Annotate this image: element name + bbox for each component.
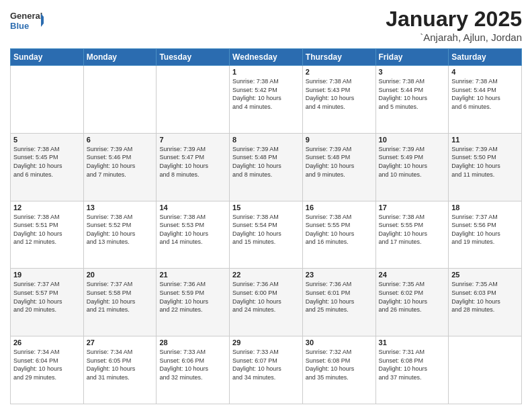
- calendar-cell-w4-d3: 22Sunrise: 7:36 AM Sunset: 6:00 PM Dayli…: [230, 269, 303, 336]
- day-number: 28: [159, 338, 226, 347]
- day-info: Sunrise: 7:33 AM Sunset: 6:06 PM Dayligh…: [159, 348, 226, 381]
- day-info: Sunrise: 7:39 AM Sunset: 5:46 PM Dayligh…: [87, 145, 154, 179]
- col-tuesday: Tuesday: [157, 49, 230, 66]
- calendar-cell-w1-d1: [83, 66, 157, 134]
- day-info: Sunrise: 7:38 AM Sunset: 5:45 PM Dayligh…: [13, 145, 81, 179]
- calendar-cell-w2-d1: 6Sunrise: 7:39 AM Sunset: 5:46 PM Daylig…: [83, 133, 157, 201]
- day-info: Sunrise: 7:39 AM Sunset: 5:50 PM Dayligh…: [451, 145, 519, 179]
- day-number: 18: [451, 203, 519, 212]
- day-number: 6: [87, 136, 154, 144]
- day-number: 15: [232, 203, 300, 212]
- day-number: 13: [87, 203, 154, 212]
- col-wednesday: Wednesday: [230, 49, 303, 66]
- day-number: 5: [13, 136, 81, 144]
- day-number: 14: [159, 203, 226, 212]
- calendar-week-4: 19Sunrise: 7:37 AM Sunset: 5:57 PM Dayli…: [11, 269, 522, 336]
- calendar-cell-w5-d3: 29Sunrise: 7:33 AM Sunset: 6:07 PM Dayli…: [230, 336, 303, 404]
- day-info: Sunrise: 7:38 AM Sunset: 5:42 PM Dayligh…: [232, 77, 300, 111]
- day-info: Sunrise: 7:37 AM Sunset: 5:57 PM Dayligh…: [13, 280, 81, 314]
- calendar-cell-w3-d2: 14Sunrise: 7:38 AM Sunset: 5:53 PM Dayli…: [157, 201, 230, 269]
- location-title: `Anjarah, Ajlun, Jordan: [386, 32, 522, 43]
- calendar-week-2: 5Sunrise: 7:38 AM Sunset: 5:45 PM Daylig…: [11, 133, 522, 201]
- day-number: 31: [379, 338, 446, 347]
- day-number: 1: [232, 68, 300, 76]
- logo-svg: General Blue: [10, 7, 44, 34]
- col-monday: Monday: [83, 49, 157, 66]
- day-info: Sunrise: 7:37 AM Sunset: 5:58 PM Dayligh…: [87, 280, 154, 314]
- calendar-cell-w5-d6: [449, 336, 522, 404]
- day-info: Sunrise: 7:39 AM Sunset: 5:49 PM Dayligh…: [379, 145, 446, 179]
- day-number: 21: [159, 271, 226, 279]
- calendar-table: Sunday Monday Tuesday Wednesday Thursday…: [10, 48, 522, 404]
- day-number: 27: [87, 338, 154, 347]
- day-number: 10: [379, 136, 446, 144]
- calendar-header-row: Sunday Monday Tuesday Wednesday Thursday…: [11, 49, 522, 66]
- day-info: Sunrise: 7:39 AM Sunset: 5:48 PM Dayligh…: [306, 145, 373, 179]
- day-number: 2: [306, 68, 373, 76]
- day-info: Sunrise: 7:38 AM Sunset: 5:53 PM Dayligh…: [159, 213, 226, 246]
- day-number: 3: [379, 68, 446, 76]
- day-info: Sunrise: 7:38 AM Sunset: 5:52 PM Dayligh…: [87, 213, 154, 246]
- calendar-cell-w2-d6: 11Sunrise: 7:39 AM Sunset: 5:50 PM Dayli…: [449, 133, 522, 201]
- day-info: Sunrise: 7:31 AM Sunset: 6:08 PM Dayligh…: [379, 348, 446, 381]
- calendar-cell-w2-d4: 9Sunrise: 7:39 AM Sunset: 5:48 PM Daylig…: [302, 133, 375, 201]
- day-number: 11: [451, 136, 519, 144]
- day-info: Sunrise: 7:36 AM Sunset: 5:59 PM Dayligh…: [159, 280, 226, 314]
- calendar-cell-w4-d5: 24Sunrise: 7:35 AM Sunset: 6:02 PM Dayli…: [375, 269, 449, 336]
- calendar-week-1: 1Sunrise: 7:38 AM Sunset: 5:42 PM Daylig…: [11, 66, 522, 134]
- calendar-cell-w2-d5: 10Sunrise: 7:39 AM Sunset: 5:49 PM Dayli…: [375, 133, 449, 201]
- calendar-cell-w4-d6: 25Sunrise: 7:35 AM Sunset: 6:03 PM Dayli…: [449, 269, 522, 336]
- svg-marker-2: [41, 13, 44, 27]
- day-number: 8: [232, 136, 300, 144]
- calendar-cell-w5-d0: 26Sunrise: 7:34 AM Sunset: 6:04 PM Dayli…: [11, 336, 84, 404]
- svg-text:Blue: Blue: [10, 21, 29, 31]
- col-friday: Friday: [375, 49, 449, 66]
- day-number: 19: [13, 271, 81, 279]
- day-number: 17: [379, 203, 446, 212]
- calendar-cell-w1-d0: [11, 66, 84, 134]
- logo: General Blue: [10, 7, 44, 34]
- day-info: Sunrise: 7:36 AM Sunset: 6:00 PM Dayligh…: [232, 280, 300, 314]
- calendar-cell-w1-d5: 3Sunrise: 7:38 AM Sunset: 5:44 PM Daylig…: [375, 66, 449, 134]
- calendar-cell-w2-d3: 8Sunrise: 7:39 AM Sunset: 5:48 PM Daylig…: [230, 133, 303, 201]
- day-number: 26: [13, 338, 81, 347]
- day-info: Sunrise: 7:32 AM Sunset: 6:08 PM Dayligh…: [306, 348, 373, 381]
- calendar-cell-w5-d5: 31Sunrise: 7:31 AM Sunset: 6:08 PM Dayli…: [375, 336, 449, 404]
- day-number: 29: [232, 338, 300, 347]
- calendar-cell-w3-d6: 18Sunrise: 7:37 AM Sunset: 5:56 PM Dayli…: [449, 201, 522, 269]
- day-info: Sunrise: 7:38 AM Sunset: 5:43 PM Dayligh…: [306, 77, 373, 111]
- day-info: Sunrise: 7:38 AM Sunset: 5:55 PM Dayligh…: [306, 213, 373, 246]
- col-thursday: Thursday: [302, 49, 375, 66]
- day-number: 7: [159, 136, 226, 144]
- day-number: 9: [306, 136, 373, 144]
- day-info: Sunrise: 7:34 AM Sunset: 6:04 PM Dayligh…: [13, 348, 81, 381]
- calendar-cell-w1-d4: 2Sunrise: 7:38 AM Sunset: 5:43 PM Daylig…: [302, 66, 375, 134]
- page: General Blue January 2025 `Anjarah, Ajlu…: [0, 0, 532, 411]
- day-number: 25: [451, 271, 519, 279]
- day-info: Sunrise: 7:39 AM Sunset: 5:47 PM Dayligh…: [159, 145, 226, 179]
- day-info: Sunrise: 7:38 AM Sunset: 5:51 PM Dayligh…: [13, 213, 81, 246]
- day-info: Sunrise: 7:35 AM Sunset: 6:02 PM Dayligh…: [379, 280, 446, 314]
- calendar-cell-w1-d2: [157, 66, 230, 134]
- col-saturday: Saturday: [449, 49, 522, 66]
- calendar-cell-w3-d1: 13Sunrise: 7:38 AM Sunset: 5:52 PM Dayli…: [83, 201, 157, 269]
- day-info: Sunrise: 7:38 AM Sunset: 5:44 PM Dayligh…: [379, 77, 446, 111]
- calendar-cell-w4-d0: 19Sunrise: 7:37 AM Sunset: 5:57 PM Dayli…: [11, 269, 84, 336]
- day-info: Sunrise: 7:37 AM Sunset: 5:56 PM Dayligh…: [451, 213, 519, 246]
- col-sunday: Sunday: [11, 49, 84, 66]
- calendar-cell-w3-d3: 15Sunrise: 7:38 AM Sunset: 5:54 PM Dayli…: [230, 201, 303, 269]
- day-info: Sunrise: 7:34 AM Sunset: 6:05 PM Dayligh…: [87, 348, 154, 381]
- day-info: Sunrise: 7:33 AM Sunset: 6:07 PM Dayligh…: [232, 348, 300, 381]
- day-info: Sunrise: 7:38 AM Sunset: 5:44 PM Dayligh…: [451, 77, 519, 111]
- calendar-cell-w3-d4: 16Sunrise: 7:38 AM Sunset: 5:55 PM Dayli…: [302, 201, 375, 269]
- svg-text:General: General: [10, 11, 42, 21]
- day-number: 30: [306, 338, 373, 347]
- calendar-cell-w4-d1: 20Sunrise: 7:37 AM Sunset: 5:58 PM Dayli…: [83, 269, 157, 336]
- calendar-cell-w1-d3: 1Sunrise: 7:38 AM Sunset: 5:42 PM Daylig…: [230, 66, 303, 134]
- calendar-cell-w1-d6: 4Sunrise: 7:38 AM Sunset: 5:44 PM Daylig…: [449, 66, 522, 134]
- day-number: 12: [13, 203, 81, 212]
- calendar-cell-w4-d2: 21Sunrise: 7:36 AM Sunset: 5:59 PM Dayli…: [157, 269, 230, 336]
- calendar-cell-w5-d2: 28Sunrise: 7:33 AM Sunset: 6:06 PM Dayli…: [157, 336, 230, 404]
- day-number: 23: [306, 271, 373, 279]
- calendar-cell-w2-d2: 7Sunrise: 7:39 AM Sunset: 5:47 PM Daylig…: [157, 133, 230, 201]
